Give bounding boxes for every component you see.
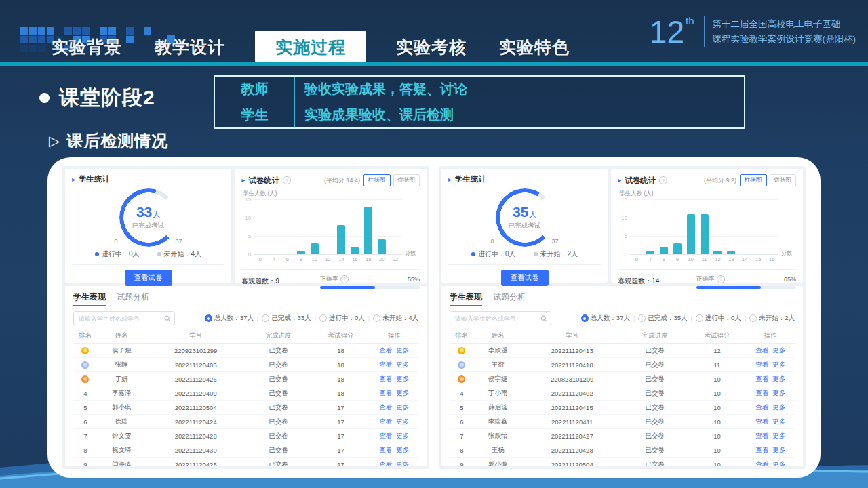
filter-1[interactable]: 总人数：37人 bbox=[205, 314, 254, 323]
nav-tab-4[interactable]: 实验考核 bbox=[393, 31, 469, 62]
rank-cell bbox=[450, 372, 474, 386]
radio-icon[interactable] bbox=[373, 314, 380, 322]
chart-toggle-1[interactable]: 柱状图 bbox=[363, 174, 391, 186]
view-link[interactable]: 查看 bbox=[755, 418, 768, 425]
more-link[interactable]: 更多 bbox=[772, 446, 785, 453]
view-link[interactable]: 查看 bbox=[755, 460, 768, 467]
chart-toggle-2[interactable]: 饼状图 bbox=[393, 174, 420, 186]
gold-medal-icon bbox=[458, 347, 465, 354]
more-link[interactable]: 更多 bbox=[396, 375, 409, 382]
bar-12 bbox=[713, 251, 722, 254]
more-link[interactable]: 更多 bbox=[772, 418, 785, 425]
more-link[interactable]: 更多 bbox=[396, 346, 409, 354]
tab-question-analysis[interactable]: 试题分析 bbox=[493, 291, 526, 306]
table-row: 6李瑞鑫202211120411已交卷10查看更多 bbox=[450, 415, 795, 429]
view-link[interactable]: 查看 bbox=[379, 403, 392, 411]
gridline bbox=[254, 236, 402, 237]
status-cell: 已交卷 bbox=[622, 344, 688, 358]
view-link[interactable]: 查看 bbox=[379, 346, 392, 354]
section-icon: ▸ bbox=[448, 176, 452, 183]
bar-11 bbox=[701, 214, 709, 254]
section-heading: 课堂阶段2 bbox=[39, 84, 155, 112]
tab-student-performance[interactable]: 学生表现 bbox=[450, 291, 482, 306]
filter-3[interactable]: 进行中：0人 bbox=[696, 314, 741, 323]
view-link[interactable]: 查看 bbox=[379, 375, 392, 382]
actions-cell: 查看更多 bbox=[370, 344, 418, 358]
radio-icon[interactable] bbox=[581, 314, 589, 322]
view-link[interactable]: 查看 bbox=[379, 418, 392, 425]
more-link[interactable]: 更多 bbox=[396, 418, 409, 425]
status-cell: 已交卷 bbox=[245, 443, 311, 458]
more-link[interactable]: 更多 bbox=[772, 460, 785, 467]
view-paper-button[interactable]: 查看试卷 bbox=[501, 270, 549, 286]
view-link[interactable]: 查看 bbox=[379, 361, 392, 368]
score-cell: 10 bbox=[688, 386, 747, 401]
filter-4[interactable]: 未开始：2人 bbox=[749, 314, 795, 323]
view-link[interactable]: 查看 bbox=[755, 361, 768, 368]
view-link[interactable]: 查看 bbox=[379, 389, 392, 396]
more-link[interactable]: 更多 bbox=[772, 361, 785, 368]
more-link[interactable]: 更多 bbox=[772, 375, 785, 382]
name-cell: 于妍 bbox=[98, 372, 146, 386]
x-tick-label: 12 bbox=[715, 256, 720, 262]
logo-divider bbox=[704, 16, 705, 47]
nav-tab-3[interactable]: 实施过程 bbox=[255, 31, 366, 62]
nav-tab-5[interactable]: 实验特色 bbox=[496, 31, 572, 62]
more-link[interactable]: 更多 bbox=[396, 460, 409, 467]
more-link[interactable]: 更多 bbox=[772, 389, 785, 396]
filter-1[interactable]: 总人数：37人 bbox=[581, 314, 630, 323]
more-link[interactable]: 更多 bbox=[396, 446, 409, 453]
legend-text: 进行中：0人 bbox=[102, 249, 140, 259]
more-link[interactable]: 更多 bbox=[396, 403, 409, 411]
view-link[interactable]: 查看 bbox=[755, 403, 768, 411]
view-link[interactable]: 查看 bbox=[379, 460, 392, 467]
view-link[interactable]: 查看 bbox=[379, 446, 392, 453]
chart-toggle-1[interactable]: 柱状图 bbox=[740, 174, 767, 186]
more-link[interactable]: 更多 bbox=[396, 432, 409, 439]
view-link[interactable]: 查看 bbox=[755, 346, 768, 354]
chart-toggle-2[interactable]: 饼状图 bbox=[770, 174, 797, 186]
view-link[interactable]: 查看 bbox=[755, 446, 768, 453]
search-icon[interactable] bbox=[540, 315, 547, 322]
x-axis-ticks: 078910111213141516 bbox=[630, 256, 778, 264]
view-link[interactable]: 查看 bbox=[755, 389, 768, 396]
tab-student-performance[interactable]: 学生表现 bbox=[73, 291, 106, 306]
radio-icon[interactable] bbox=[319, 314, 327, 322]
tab-question-analysis[interactable]: 试题分析 bbox=[117, 291, 149, 306]
more-link[interactable]: 更多 bbox=[772, 432, 785, 439]
score-cell: 17 bbox=[311, 415, 370, 429]
name-cell: 李瑞鑫 bbox=[474, 415, 522, 429]
more-link[interactable]: 更多 bbox=[396, 389, 409, 396]
nav-tab-1[interactable]: 实验背景 bbox=[49, 31, 125, 62]
radio-icon[interactable] bbox=[749, 314, 757, 322]
table-row: 侯宇婕220823101209已交卷10查看更多 bbox=[450, 372, 795, 386]
nav-tab-2[interactable]: 教学设计 bbox=[152, 31, 228, 62]
x-tick-label: 16 bbox=[769, 256, 774, 262]
filter-2[interactable]: 已完成：35人 bbox=[638, 314, 687, 323]
filter-2[interactable]: 已完成：33人 bbox=[262, 314, 311, 323]
view-link[interactable]: 查看 bbox=[755, 432, 768, 439]
search-input[interactable] bbox=[77, 314, 164, 323]
view-paper-button[interactable]: 查看试卷 bbox=[125, 270, 172, 286]
radio-icon[interactable] bbox=[696, 314, 703, 322]
filter-3[interactable]: 进行中：0人 bbox=[319, 314, 365, 323]
radio-icon[interactable] bbox=[205, 314, 212, 322]
more-link[interactable]: 更多 bbox=[772, 403, 785, 411]
role-desc-cell: 实验成果验收、课后检测 bbox=[295, 102, 744, 127]
sub-heading: ▷ 课后检测情况 bbox=[49, 130, 168, 152]
search-icon[interactable] bbox=[164, 315, 171, 322]
view-link[interactable]: 查看 bbox=[379, 432, 392, 439]
accuracy-block: 正确率 ? 55% bbox=[320, 274, 420, 289]
actions-cell: 查看更多 bbox=[370, 372, 418, 386]
arrow-icon: ▷ bbox=[49, 133, 60, 149]
search-input[interactable] bbox=[454, 314, 540, 323]
more-link[interactable]: 更多 bbox=[772, 346, 785, 354]
filter-separator: | bbox=[690, 314, 692, 322]
view-link[interactable]: 查看 bbox=[755, 375, 768, 382]
more-link[interactable]: 更多 bbox=[396, 361, 409, 368]
sid-cell: 202211120424 bbox=[146, 415, 246, 429]
radio-icon[interactable] bbox=[262, 314, 269, 322]
rank-cell bbox=[73, 372, 98, 386]
filter-4[interactable]: 未开始：4人 bbox=[373, 314, 418, 323]
radio-icon[interactable] bbox=[638, 314, 646, 322]
